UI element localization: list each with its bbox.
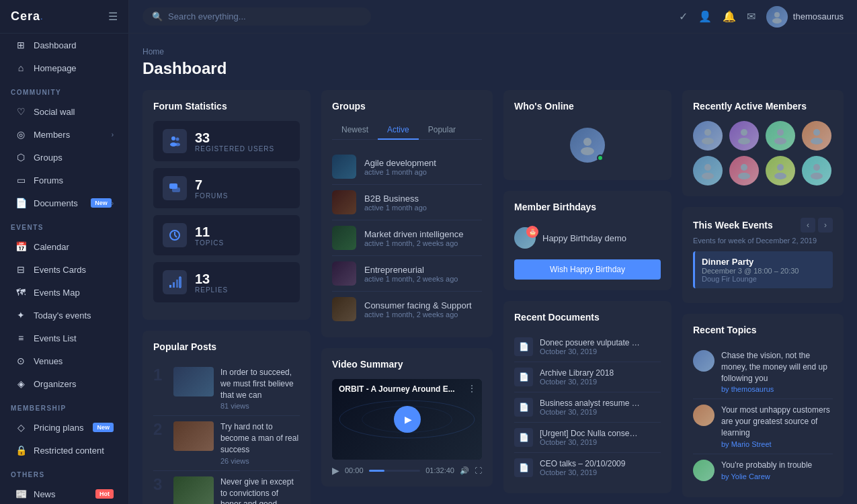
sidebar-item-social-wall[interactable]: ♡ Social wall [4,101,124,122]
doc-name[interactable]: Archive Library 2018 [540,368,614,378]
svg-point-26 [811,138,823,144]
group-name[interactable]: Entrepreneurial [364,265,458,275]
sidebar-item-pricing[interactable]: ◇ Pricing plans New [4,417,124,438]
stat-row-users: 33 REGISTERED USERS [153,121,300,161]
doc-name[interactable]: CEO talks – 20/10/2009 [540,459,625,468]
topic-text[interactable]: You're probably in trouble [721,460,812,471]
member-avatar[interactable] [729,121,759,151]
topic-by[interactable]: by themosaurus [721,385,833,393]
wish-birthday-button[interactable]: Wish Happy Birthday [514,259,661,280]
events-prev-button[interactable]: ‹ [801,218,815,233]
volume-icon[interactable]: 🔊 [460,466,469,475]
doc-item: 📄 Donec posuere vulputate arcu. ... Octo… [514,332,661,362]
topic-avatar [693,460,715,481]
tag-icon: ◇ [15,422,27,433]
sidebar-item-organizers[interactable]: ◈ Organizers [4,373,124,394]
post-title[interactable]: Never give in except to convictions of h… [220,476,300,504]
sidebar-item-label: Documents [34,198,87,208]
svg-rect-11 [169,285,171,288]
video-options-icon[interactable]: ⋮ [467,383,477,394]
doc-name[interactable]: Donec posuere vulputate arcu. ... [540,338,641,347]
sidebar-item-news[interactable]: 📰 News Hot [4,483,124,504]
video-play-button[interactable] [394,406,421,433]
sidebar-item-events-list[interactable]: ≡ Events List [4,327,124,349]
svg-point-31 [777,164,784,171]
member-avatar[interactable] [693,121,723,151]
sidebar-item-events-map[interactable]: 🗺 Events Map [4,282,124,303]
member-avatar[interactable] [802,156,831,185]
group-name[interactable]: Agile development [364,158,436,168]
mail-icon[interactable]: ✉ [747,10,756,23]
col-center-right: Who's Online Member Birthdays 🎂 [503,90,671,504]
sidebar-item-documents[interactable]: 📄 Documents New › [4,192,124,214]
events-next-button[interactable]: › [818,218,833,233]
group-name[interactable]: Market driven intelligence [364,229,463,239]
topic-text[interactable]: Chase the vision, not the money, the mon… [721,350,833,384]
post-views: 26 views [220,457,300,465]
tab-newest[interactable]: Newest [332,121,378,140]
group-meta: active 1 month, 2 weeks ago [364,275,458,283]
tab-popular[interactable]: Popular [419,121,465,140]
member-avatar[interactable] [766,121,795,151]
sidebar-item-venues[interactable]: ⊙ Venues [4,350,124,372]
total-time: 01:32:40 [425,466,454,474]
sidebar-toggle[interactable]: ☰ [108,10,118,23]
search-bar[interactable]: 🔍 [142,7,371,26]
sidebar-item-events-cards[interactable]: ⊟ Events Cards [4,259,124,280]
sun-icon: ✦ [15,310,27,321]
doc-name[interactable]: Business analyst resume – V2 [540,398,641,408]
sidebar-item-members[interactable]: ◎ Members › [4,124,124,145]
post-title[interactable]: Try hard not to become a man of real suc… [220,421,300,455]
group-meta: active 1 month ago [364,204,427,212]
topic-by[interactable]: by Mario Street [721,440,833,448]
group-info: Entrepreneurial active 1 month, 2 weeks … [364,265,458,283]
sidebar-item-label: Events List [34,333,114,343]
member-avatar[interactable] [766,156,795,185]
post-number: 1 [153,367,167,410]
topic-by[interactable]: by Yolie Carew [721,472,812,480]
group-name[interactable]: B2B Business [364,194,427,204]
doc-name[interactable]: [Urgent] Doc Nulla consequat ... [540,429,641,438]
group-item: Market driven intelligence active 1 mont… [332,220,482,256]
video-player[interactable]: ORBIT - A Journey Around E... ⋮ [332,379,482,460]
members-grid [693,121,833,185]
svg-point-24 [774,138,786,144]
sidebar-item-dashboard[interactable]: ⊞ Dashboard [4,34,124,56]
sidebar-item-forums[interactable]: ▭ Forums [4,169,124,191]
member-avatar[interactable] [802,121,831,151]
member-avatar[interactable] [693,156,723,185]
topic-text[interactable]: Your most unhappy customers are your gre… [721,405,833,438]
sidebar-item-groups[interactable]: ⬡ Groups [4,146,124,168]
sidebar-item-todays-events[interactable]: ✦ Today's events [4,304,124,326]
member-avatar[interactable] [729,156,759,185]
sidebar-item-restricted[interactable]: 🔒 Restricted content [4,439,124,461]
progress-bar[interactable] [369,470,421,472]
bell-icon[interactable]: 🔔 [723,10,736,23]
video-title: ORBIT - A Journey Around E... [339,384,455,394]
svg-point-30 [738,173,750,179]
user-icon[interactable]: 👤 [698,10,712,23]
check-icon[interactable]: ✓ [679,10,688,23]
stat-label: FORUMS [195,192,228,200]
user-avatar [766,6,788,28]
event-name[interactable]: Dinner Party [702,257,826,267]
group-name[interactable]: Consumer facing & Support [364,300,472,310]
birthday-avatar: 🎂 [514,227,536,249]
tab-active[interactable]: Active [378,121,419,140]
search-input[interactable] [168,11,362,22]
svg-point-19 [704,129,711,136]
post-title[interactable]: In order to succeed, we must first belie… [220,367,300,401]
sidebar-item-homepage[interactable]: ⌂ Homepage [4,57,124,79]
topic-item: Chase the vision, not the money, the mon… [693,345,833,399]
user-profile[interactable]: themosaurus [766,6,844,28]
play-pause-icon[interactable]: ▶ [332,465,339,476]
doc-item: 📄 Business analyst resume – V2 October 3… [514,392,661,423]
post-number: 3 [153,476,167,504]
topic-avatar [693,405,715,426]
sidebar-item-label: Today's events [34,310,114,321]
sidebar-item-calendar[interactable]: 📅 Calendar [4,236,124,257]
fullscreen-icon[interactable]: ⛶ [475,466,482,474]
recent-topics-card: Recent Topics Chase the vision, not the … [682,314,844,497]
doc-file-icon: 📄 [514,458,533,477]
doc-info: Business analyst resume – V2 October 30,… [540,398,641,416]
